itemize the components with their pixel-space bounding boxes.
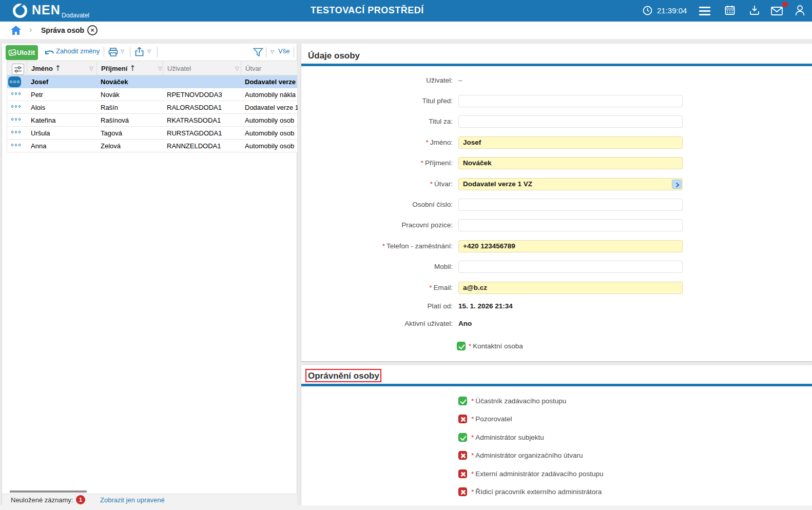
horizontal-scrollbar[interactable] xyxy=(10,491,87,493)
print-icon[interactable] xyxy=(108,48,118,56)
column-header-utvar[interactable]: Útvar xyxy=(241,61,298,76)
row-actions-icon[interactable] xyxy=(10,92,22,95)
mail-icon[interactable] xyxy=(771,7,783,15)
permission-checkbox[interactable]: ✓ xyxy=(458,397,467,405)
field-email: *Email: a@b.cz xyxy=(301,282,812,294)
prijmeni-input[interactable]: Nováček xyxy=(458,157,683,169)
app-header: NEN Dodavatel TESTOVACÍ PROSTŘEDÍ 21:39:… xyxy=(0,0,812,22)
sort-asc-icon: ↑ xyxy=(129,64,136,73)
filter-icon[interactable] xyxy=(253,48,263,57)
clock-icon xyxy=(643,6,652,15)
field-mobil: Mobil: xyxy=(301,261,812,273)
table-header: Jméno ↑ ▽ Příjmení ↑ ▽ Uživatel ▽ Útvar xyxy=(7,61,297,75)
mail-notification-dot xyxy=(782,2,788,7)
permission-item: ✓ *Účastník zadávacího postupu xyxy=(301,395,812,407)
header-time: 21:39:04 xyxy=(657,6,687,15)
filter-prijmeni-icon[interactable]: ▽ xyxy=(158,61,162,76)
download-icon[interactable] xyxy=(749,5,760,15)
persons-list-panel: Uložit Zahodit změny ▽ ▽ ▽ Vše xyxy=(2,44,297,505)
permission-item: × *Pozorovatel xyxy=(301,413,812,425)
filter-jmeno-icon[interactable]: ▽ xyxy=(89,61,93,76)
menu-icon[interactable] xyxy=(699,7,710,17)
export-dropdown-icon[interactable]: ▽ xyxy=(147,49,151,54)
uzivatel-value: – xyxy=(458,74,462,87)
utvar-input[interactable]: Dodavatel verze 1 VZ xyxy=(458,178,683,190)
row-actions-icon[interactable] xyxy=(10,118,22,121)
filter-mode-dropdown-icon[interactable]: ▽ xyxy=(270,49,274,54)
field-pracovni-pozice: Pracovní pozice: xyxy=(301,219,812,231)
page: NEN Dodavatel TESTOVACÍ PROSTŘEDÍ 21:39:… xyxy=(0,0,812,510)
table-row[interactable]: Kateřina Rašínová RKATRASDODA1 Automobil… xyxy=(7,114,297,127)
column-settings-button[interactable] xyxy=(12,64,24,75)
row-actions-icon[interactable] xyxy=(10,131,22,133)
sort-asc-icon: ↑ xyxy=(55,64,62,73)
tab-close-icon[interactable]: × xyxy=(87,25,98,35)
permission-item: × *Administrátor organizačního útvaru xyxy=(301,449,812,462)
field-uzivatel: Uživatel: – xyxy=(301,74,812,87)
field-kontaktni-osoba: ✓ *Kontaktní osoba xyxy=(301,340,812,352)
filter-all-button[interactable]: Vše xyxy=(278,47,289,55)
user-icon[interactable] xyxy=(795,5,805,16)
field-jmeno: *Jméno: Josef xyxy=(301,136,812,149)
page-bottom-strip xyxy=(0,505,812,510)
export-icon[interactable] xyxy=(135,47,144,56)
field-plati-od: Platí od: 15. 1. 2026 21:34 xyxy=(301,300,812,312)
discard-changes-icon xyxy=(45,49,54,56)
calendar-icon[interactable] xyxy=(725,5,735,15)
environment-title: TESTOVACÍ PROSTŘEDÍ xyxy=(311,5,424,16)
column-header-prijmeni[interactable]: Příjmení ↑ xyxy=(96,61,163,76)
row-actions-icon[interactable] xyxy=(10,144,22,146)
jmeno-input[interactable]: Josef xyxy=(458,136,683,149)
save-button[interactable]: Uložit xyxy=(6,45,38,60)
breadcrumb-chevron-icon: › xyxy=(29,25,32,34)
permission-checkbox[interactable]: × xyxy=(458,469,467,478)
kontaktni-osoba-checkbox[interactable]: ✓ xyxy=(457,342,466,350)
field-aktivni-uzivatel: Aktivní uživatel: Ano xyxy=(301,318,812,330)
table-row[interactable]: Anna Zelová RANNZELDODA1 Automobily osob xyxy=(7,140,297,152)
permission-checkbox[interactable]: × xyxy=(458,487,467,496)
field-telefon: *Telefon - zaměstnání: +420 123456789 xyxy=(301,240,812,252)
pracovni-pozice-input[interactable] xyxy=(458,219,683,231)
details-section-title: Údaje osoby xyxy=(308,51,360,61)
logo-subtext: Dodavatel xyxy=(62,12,89,19)
discard-changes-button[interactable]: Zahodit změny xyxy=(56,47,100,55)
mobil-input[interactable] xyxy=(458,261,683,273)
titul-za-input[interactable] xyxy=(458,115,683,128)
permission-checkbox[interactable]: × xyxy=(458,415,467,423)
field-prijmeni: *Příjmení: Nováček xyxy=(301,157,812,169)
field-osobni-cislo: Osobní číslo: xyxy=(301,199,812,211)
table-row[interactable]: Alois Rašín RALORASDODA1 Dodavatel verze… xyxy=(7,101,297,114)
table-row[interactable]: Petr Novák RPETNOVDODA3 Automobily nákla xyxy=(7,88,297,101)
permission-checkbox[interactable]: × xyxy=(458,451,467,460)
permission-checkbox[interactable]: ✓ xyxy=(458,433,467,442)
table-row[interactable]: Josef Nováček Dodavatel verze xyxy=(7,75,297,88)
unsaved-records-label: Neuložené záznamy: xyxy=(11,496,73,504)
permission-item: × *Externí administrátor zadávacího post… xyxy=(301,468,812,480)
logo-text: NEN xyxy=(32,3,61,17)
field-utvar: *Útvar: Dodavatel verze 1 VZ › xyxy=(301,178,812,190)
permission-item: ✓ *Administrátor subjektu xyxy=(301,431,812,444)
breadcrumb-tab-title[interactable]: Správa osob xyxy=(41,26,84,34)
telefon-input[interactable]: +420 123456789 xyxy=(458,240,683,252)
column-header-uzivatel[interactable]: Uživatel xyxy=(163,61,241,76)
field-titul-pred: Titul před: xyxy=(301,95,812,107)
aktivni-uzivatel-value: Ano xyxy=(458,318,472,330)
table-row[interactable]: Uršula Tagová RURSTAGDODA1 Automobily os… xyxy=(7,127,297,140)
email-input[interactable]: a@b.cz xyxy=(458,282,683,294)
print-dropdown-icon[interactable]: ▽ xyxy=(121,49,124,54)
titul-pred-input[interactable] xyxy=(458,95,683,107)
unsaved-count-badge: 1 xyxy=(76,495,85,504)
row-actions-icon[interactable] xyxy=(8,76,21,87)
row-actions-icon[interactable] xyxy=(10,105,22,108)
permission-item: × *Řídicí pracovník externího administrá… xyxy=(301,486,812,498)
list-footer: Neuložené záznamy: 1 Zobrazit jen uprave… xyxy=(2,494,297,505)
persons-table: Jméno ↑ ▽ Příjmení ↑ ▽ Uživatel ▽ Útvar … xyxy=(7,61,297,152)
osobni-cislo-input[interactable] xyxy=(458,199,683,211)
show-modified-link[interactable]: Zobrazit jen upravené xyxy=(100,496,165,504)
utvar-picker-button[interactable]: › xyxy=(672,180,682,189)
list-toolbar: Uložit Zahodit změny ▽ ▽ ▽ Vše xyxy=(2,44,297,61)
home-icon[interactable] xyxy=(10,25,22,35)
column-header-jmeno[interactable]: Jméno ↑ xyxy=(27,61,96,76)
plati-od-value: 15. 1. 2026 21:34 xyxy=(458,300,513,312)
filter-uzivatel-icon[interactable]: ▽ xyxy=(235,61,239,76)
